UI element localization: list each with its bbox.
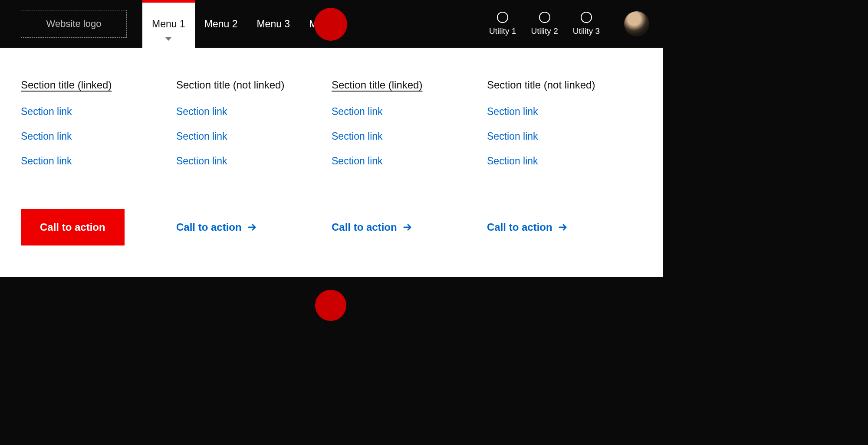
cta-label: Call to action (40, 221, 105, 233)
arrow-right-icon (402, 222, 413, 232)
utility-1[interactable]: Utility 1 (489, 12, 516, 36)
section-links: Section link Section link Section link (332, 106, 487, 167)
section-links: Section link Section link Section link (487, 106, 642, 167)
section-link[interactable]: Section link (176, 106, 332, 118)
nav-label: Menu 3 (256, 18, 290, 30)
cta-label: Call to action (332, 221, 397, 233)
avatar[interactable] (624, 11, 649, 36)
cta-link[interactable]: Call to action (176, 221, 332, 233)
section-links: Section link Section link Section link (21, 106, 176, 167)
utility-circle-icon (539, 12, 550, 23)
section-links: Section link Section link Section link (176, 106, 332, 167)
utility-label: Utility 3 (573, 26, 600, 36)
utility-circle-icon (497, 12, 508, 23)
website-logo-placeholder[interactable]: Website logo (21, 10, 127, 38)
cta-label: Call to action (487, 221, 552, 233)
utility-circle-icon (581, 12, 592, 23)
section-link[interactable]: Section link (487, 106, 642, 118)
utility-2[interactable]: Utility 2 (531, 12, 558, 36)
section-link[interactable]: Section link (21, 106, 176, 118)
utility-nav: Utility 1 Utility 2 Utility 3 (489, 0, 649, 48)
cta-primary-button[interactable]: Call to action (21, 209, 125, 245)
cta-label: Call to action (176, 221, 242, 233)
section-title: Section title (not linked) (176, 79, 284, 91)
nav-menu-3[interactable]: Menu 3 (247, 0, 299, 48)
mega-column-1: Section title (linked) Section link Sect… (21, 79, 176, 167)
chevron-down-icon (165, 37, 171, 41)
divider (21, 188, 642, 188)
utility-3[interactable]: Utility 3 (573, 12, 600, 36)
section-link[interactable]: Section link (21, 155, 176, 167)
mega-column-3: Section title (linked) Section link Sect… (332, 79, 487, 167)
utility-label: Utility 2 (531, 26, 558, 36)
arrow-right-icon (247, 222, 257, 232)
section-link[interactable]: Section link (332, 131, 487, 142)
utility-label: Utility 1 (489, 26, 516, 36)
section-title: Section title (not linked) (487, 79, 595, 91)
nav-label: Menu 1 (152, 18, 185, 30)
section-link[interactable]: Section link (332, 106, 487, 118)
cta-link[interactable]: Call to action (332, 221, 487, 233)
page-root: Website logo Menu 1 Menu 2 Menu 3 Menu 4… (0, 0, 663, 333)
cta-row: Call to action Call to action Call to ac… (21, 209, 642, 245)
footer-bar (0, 277, 663, 333)
section-link[interactable]: Section link (176, 155, 332, 167)
decorative-red-dot-top (314, 8, 347, 41)
cta-link[interactable]: Call to action (487, 221, 642, 233)
section-link[interactable]: Section link (21, 131, 176, 142)
mega-menu-panel: Section title (linked) Section link Sect… (0, 48, 663, 277)
section-link[interactable]: Section link (487, 155, 642, 167)
decorative-red-dot-bottom (315, 290, 346, 321)
mega-column-2: Section title (not linked) Section link … (176, 79, 332, 167)
mega-column-4: Section title (not linked) Section link … (487, 79, 642, 167)
nav-menu-2[interactable]: Menu 2 (195, 0, 247, 48)
section-link[interactable]: Section link (487, 131, 642, 142)
section-link[interactable]: Section link (332, 155, 487, 167)
nav-label: Menu 2 (204, 18, 238, 30)
mega-menu-columns: Section title (linked) Section link Sect… (21, 79, 642, 167)
section-title-linked[interactable]: Section title (linked) (332, 79, 422, 91)
section-link[interactable]: Section link (176, 131, 332, 142)
nav-menu-1[interactable]: Menu 1 (142, 0, 195, 48)
arrow-right-icon (558, 222, 568, 232)
logo-label: Website logo (46, 18, 102, 29)
section-title-linked[interactable]: Section title (linked) (21, 79, 112, 91)
